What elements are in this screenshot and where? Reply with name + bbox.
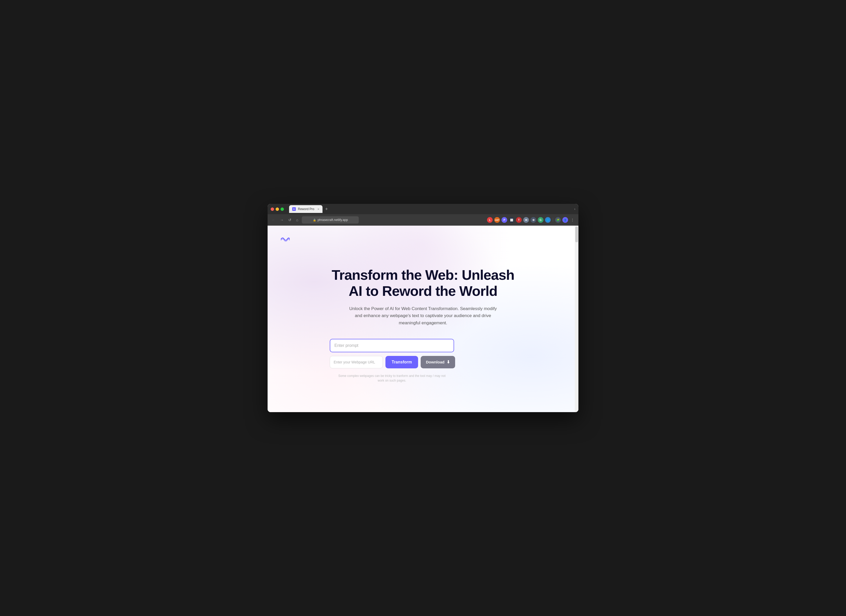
- tab-title: Reword Pro: [298, 207, 314, 211]
- tab-area: R Reword Pro ✕ +: [289, 205, 329, 213]
- logo-area: [273, 234, 573, 246]
- extension-1[interactable]: L: [487, 217, 493, 223]
- url-input[interactable]: [330, 356, 383, 368]
- extension-5[interactable]: T: [516, 217, 522, 223]
- lock-icon: 🔒: [313, 219, 316, 222]
- extension-6[interactable]: ✉: [523, 217, 529, 223]
- logo-icon: [281, 236, 290, 244]
- prompt-input[interactable]: [330, 339, 454, 352]
- mac-window: R Reword Pro ✕ + › ← → ↺ ⌂ 🔒 phrasecraft…: [267, 204, 579, 412]
- url-bar[interactable]: 🔒 phrasecraft.netlify.app: [302, 216, 359, 223]
- extension-7[interactable]: G: [538, 217, 543, 223]
- close-button[interactable]: [271, 207, 274, 211]
- extension-adblock[interactable]: ABP: [494, 217, 500, 223]
- separator: [553, 218, 553, 222]
- new-tab-button[interactable]: +: [324, 206, 329, 212]
- url-text: phrasecraft.netlify.app: [317, 218, 348, 222]
- extension-4[interactable]: ⬜: [509, 217, 514, 223]
- download-button[interactable]: Download ⬇: [421, 356, 455, 368]
- download-icon: ⬇: [446, 360, 450, 365]
- browser-menu-button[interactable]: ⋮: [570, 217, 575, 223]
- form-area: Transform Download ⬇ Some complex webpag…: [330, 339, 454, 383]
- forward-button[interactable]: →: [279, 217, 285, 223]
- tab-close-icon[interactable]: ✕: [317, 208, 319, 210]
- tab-favicon: R: [292, 207, 296, 211]
- page-inner: Transform the Web: Unleash AI to Reword …: [267, 226, 579, 409]
- profile-button[interactable]: 👤: [563, 217, 568, 223]
- active-tab[interactable]: R Reword Pro ✕: [289, 205, 323, 213]
- settings-icon[interactable]: ⚙: [530, 217, 536, 223]
- transform-button[interactable]: Transform: [385, 356, 418, 368]
- extension-3[interactable]: P: [501, 217, 507, 223]
- page-content: Transform the Web: Unleash AI to Reword …: [267, 226, 579, 412]
- chevron-right-icon: ›: [574, 207, 575, 211]
- maximize-button[interactable]: [281, 207, 284, 211]
- extension-8[interactable]: 🌐: [545, 217, 551, 223]
- reload-button[interactable]: ↺: [287, 217, 292, 223]
- bottom-row: Transform Download ⬇: [330, 356, 454, 368]
- address-bar: ← → ↺ ⌂ 🔒 phrasecraft.netlify.app L ABP …: [267, 214, 579, 226]
- traffic-lights: [271, 207, 284, 211]
- title-bar: R Reword Pro ✕ + ›: [267, 204, 579, 214]
- hero-section: Transform the Web: Unleash AI to Reword …: [330, 267, 516, 383]
- hero-title: Transform the Web: Unleash AI to Reword …: [330, 267, 516, 299]
- back-button[interactable]: ←: [271, 217, 276, 223]
- extensions-button[interactable]: 🧩: [555, 217, 561, 223]
- download-label: Download: [426, 360, 445, 364]
- minimize-button[interactable]: [276, 207, 279, 211]
- hero-subtitle: Unlock the Power of AI for Web Content T…: [345, 305, 501, 326]
- disclaimer-text: Some complex webpages can be tricky to t…: [338, 373, 446, 383]
- browser-extensions: L ABP P ⬜ T ✉ ⚙ G 🌐 🧩 👤 ⋮: [487, 217, 575, 223]
- home-button[interactable]: ⌂: [295, 217, 299, 223]
